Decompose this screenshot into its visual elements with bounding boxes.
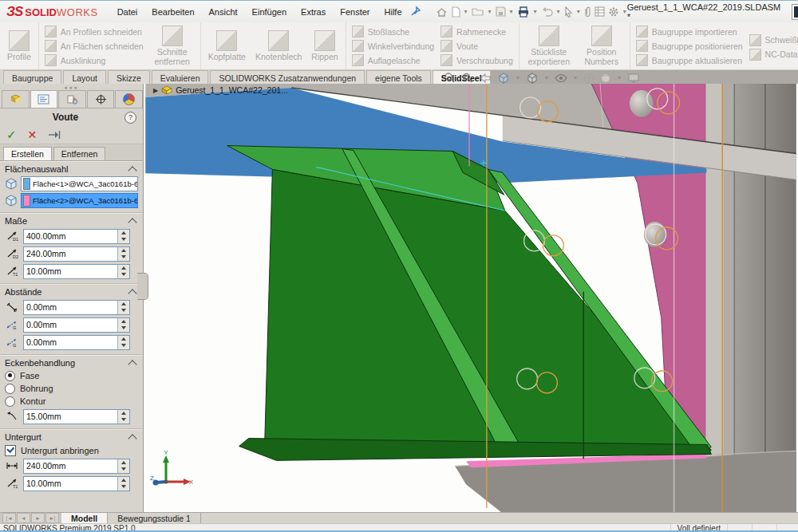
spin-buttons[interactable]: [117, 265, 129, 278]
edit-appearance-icon[interactable]: [600, 73, 611, 84]
ok-button[interactable]: ✓: [6, 128, 17, 142]
dropdown-caret-icon[interactable]: ▾: [577, 8, 580, 15]
spin-buttons[interactable]: [117, 230, 129, 243]
dropdown-caret-icon[interactable]: ▾: [557, 8, 560, 15]
tab-configuration-manager[interactable]: [58, 90, 86, 108]
dropdown-caret-icon[interactable]: ▾: [534, 8, 537, 15]
head-plate-button[interactable]: Kopfplatte: [207, 29, 247, 64]
remove-tab[interactable]: Entfernen: [53, 147, 106, 160]
splice-plate-button[interactable]: Stoßlasche: [352, 26, 434, 37]
face1-selection-field[interactable]: Fläche<1>@WCA_3ac0161b-6dba-: [21, 176, 138, 191]
menu-extras[interactable]: Extras: [301, 7, 326, 17]
last-tab-icon[interactable]: ►|: [45, 513, 59, 523]
bolting-button[interactable]: Verschraubung: [440, 54, 513, 66]
home-icon[interactable]: [436, 6, 448, 18]
face2-selection-field[interactable]: Fläche<2>@WCA_3ac0161b-6dba-: [21, 193, 138, 208]
attachments-icon[interactable]: [584, 6, 591, 18]
spin-buttons[interactable]: [117, 459, 129, 473]
export-bom-button[interactable]: Stückliste exportieren: [525, 24, 573, 68]
support-plate-button[interactable]: Auflagelasche: [352, 54, 434, 66]
radio-kontur[interactable]: Kontur: [5, 395, 138, 408]
tab-layout[interactable]: Layout: [63, 70, 106, 84]
offset-field-3[interactable]: [23, 335, 130, 350]
offset-field-2[interactable]: [23, 317, 130, 333]
radio-fase[interactable]: Fase: [5, 369, 138, 382]
dropdown-caret-icon[interactable]: ▾: [623, 8, 626, 15]
model-tab[interactable]: Modell: [61, 513, 108, 523]
dropdown-caret-icon[interactable]: ▾: [574, 74, 577, 81]
hide-show-items-icon[interactable]: [583, 73, 595, 84]
attach-flange-checkbox[interactable]: Untergurt anbringen: [5, 443, 138, 457]
flyout-feature-tree[interactable]: ▶ Geruest_1_1_WCA#22_201...: [153, 85, 288, 95]
cut-to-profiles-button[interactable]: An Profilen schneiden: [45, 26, 144, 37]
import-assembly-button[interactable]: Baugruppe importieren: [636, 26, 743, 37]
tab-property-manager[interactable]: [30, 90, 58, 108]
select-icon[interactable]: [564, 6, 573, 18]
zoom-fit-icon[interactable]: [444, 72, 456, 84]
command-search[interactable]: » Befehlssuche: [792, 4, 798, 20]
haunch-button[interactable]: Voute: [440, 40, 513, 52]
create-tab[interactable]: Erstellen: [3, 147, 52, 160]
bill-of-materials-icon[interactable]: [595, 6, 605, 17]
spin-buttons[interactable]: [117, 301, 129, 314]
dropdown-caret-icon[interactable]: ▾: [545, 74, 548, 81]
dim-t1-field[interactable]: [23, 264, 130, 279]
new-document-icon[interactable]: [451, 6, 460, 18]
dropdown-caret-icon[interactable]: ▾: [488, 8, 492, 15]
panel-splitter-handle[interactable]: [137, 273, 148, 300]
pin-menu-icon[interactable]: [410, 6, 421, 18]
cancel-button[interactable]: ✕: [28, 128, 38, 141]
menu-ansicht[interactable]: Ansicht: [209, 7, 238, 17]
ribs-button[interactable]: Rippen: [310, 29, 339, 64]
tab-skizze[interactable]: Skizze: [108, 70, 150, 84]
flange-width-field[interactable]: [23, 459, 130, 474]
menu-datei[interactable]: Datei: [117, 7, 138, 17]
dropdown-caret-icon[interactable]: ▾: [464, 8, 468, 15]
options-icon[interactable]: [608, 6, 619, 18]
dropdown-caret-icon[interactable]: ▾: [516, 74, 519, 81]
menu-fenster[interactable]: Fenster: [340, 7, 369, 17]
apply-scene-icon[interactable]: [627, 73, 640, 84]
first-tab-icon[interactable]: |◄: [2, 513, 16, 523]
update-assembly-button[interactable]: Baugruppe aktualisieren: [636, 54, 743, 66]
collapse-chevron-icon[interactable]: [128, 218, 136, 227]
tab-baugruppe[interactable]: Baugruppe: [3, 70, 61, 84]
next-tab-icon[interactable]: ►: [31, 513, 45, 523]
model-canvas[interactable]: [144, 84, 798, 512]
dim-d1-field[interactable]: [23, 229, 130, 244]
nc-data-button[interactable]: NC-Data: [749, 49, 798, 61]
collapse-chevron-icon[interactable]: [128, 360, 136, 368]
print-icon[interactable]: [517, 6, 530, 18]
motion-study-tab[interactable]: Bewegungsstudie 1: [108, 513, 201, 523]
view-orientation-icon[interactable]: [526, 72, 539, 84]
position-numbers-button[interactable]: Position Numbers: [579, 24, 624, 68]
dropdown-caret-icon[interactable]: ▾: [510, 8, 513, 15]
undo-icon[interactable]: [541, 6, 553, 17]
frame-corner-button[interactable]: Rahmenecke: [440, 26, 513, 37]
prev-tab-icon[interactable]: ◄: [17, 513, 30, 523]
spin-buttons[interactable]: [117, 477, 129, 491]
help-icon[interactable]: ?: [124, 112, 136, 124]
gusset-plate-button[interactable]: Knotenblech: [254, 29, 303, 64]
cut-to-faces-button[interactable]: An Flächen schneiden: [45, 40, 144, 52]
display-style-icon[interactable]: [555, 73, 567, 83]
section-view-icon[interactable]: [497, 72, 510, 84]
pin-icon[interactable]: [48, 130, 61, 140]
weldment-groups-button[interactable]: Schweißbaugruppen: [749, 34, 798, 46]
spin-buttons[interactable]: [117, 247, 129, 261]
chamfer-size-field[interactable]: [23, 409, 130, 424]
position-assembly-button[interactable]: Baugruppe positionieren: [636, 40, 743, 52]
tab-evaluieren[interactable]: Evaluieren: [152, 70, 209, 84]
expand-arrow-icon[interactable]: ▶: [153, 87, 158, 94]
tab-zusatzanwendungen[interactable]: SOLIDWORKS Zusatzanwendungen: [210, 70, 365, 84]
menu-hilfe[interactable]: Hilfe: [385, 7, 402, 17]
zoom-area-icon[interactable]: [461, 72, 473, 84]
spin-buttons[interactable]: [117, 318, 129, 332]
save-icon[interactable]: [496, 6, 506, 17]
previous-view-icon[interactable]: [479, 73, 492, 84]
angle-connection-button[interactable]: Winkelverbindung: [352, 40, 434, 52]
spin-buttons[interactable]: [117, 336, 129, 349]
dim-d2-field[interactable]: [23, 246, 130, 262]
profile-button[interactable]: Profile: [6, 29, 33, 64]
tab-feature-manager[interactable]: [2, 90, 30, 108]
